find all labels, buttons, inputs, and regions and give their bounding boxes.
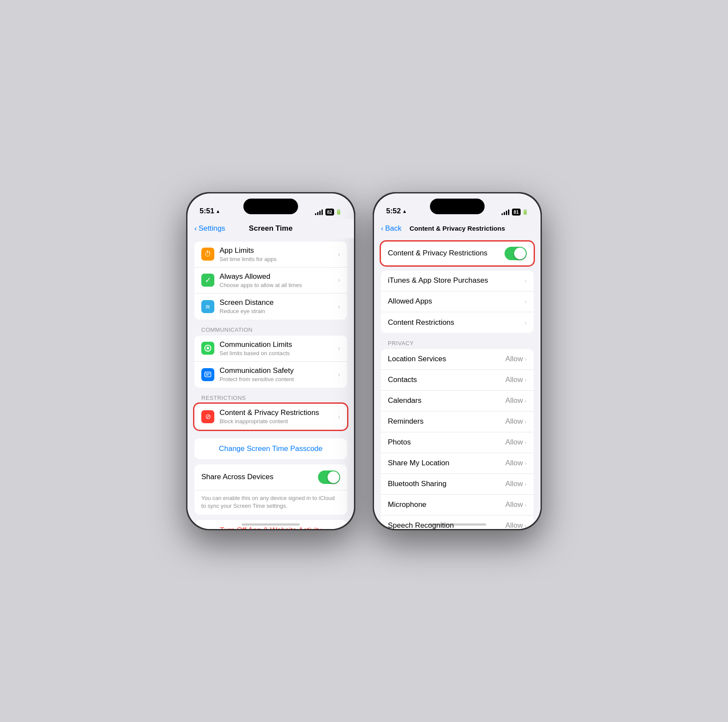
chevron-left-icon-1: ‹ [194, 224, 197, 233]
chevron-comm-limits: › [338, 344, 340, 352]
chevron-microphone: › [525, 501, 527, 508]
home-indicator-1 [242, 523, 300, 526]
svg-rect-2 [205, 372, 211, 377]
chevron-contacts: › [525, 376, 527, 383]
status-time-2: 5:52 ▲ [386, 207, 407, 216]
bluetooth-label: Bluetooth Sharing [388, 480, 505, 488]
phone-2: 5:52 ▲ 81 🔋 ‹ Back [373, 192, 542, 530]
content-restrictions-label: Content Restrictions [388, 318, 525, 327]
nav-title-2: Content & Privacy Restrictions [410, 225, 505, 232]
list-item-contacts[interactable]: Contacts Allow › [381, 370, 534, 391]
comm-safety-icon [201, 368, 214, 381]
nav-back-2[interactable]: ‹ Back [381, 224, 401, 233]
communication-header: COMMUNICATION [187, 323, 354, 336]
toggle-knob-2 [514, 248, 526, 259]
list-item-itunes[interactable]: iTunes & App Store Purchases › [381, 271, 534, 291]
toggle-label: Content & Privacy Restrictions [388, 249, 488, 258]
chevron-speech: › [525, 522, 527, 529]
status-time-1: 5:51 ▲ [200, 207, 220, 216]
content-privacy-toggle[interactable] [505, 247, 527, 260]
chevron-always-allowed: › [338, 276, 340, 284]
screen-distance-icon: ≋ [201, 300, 214, 313]
battery-2: 81 🔋 [512, 209, 528, 216]
signal-bars-1 [315, 209, 323, 215]
list-item-content-restrictions[interactable]: Content Restrictions › [381, 312, 534, 333]
share-location-value: Allow [505, 459, 523, 467]
list-item-speech[interactable]: Speech Recognition Allow › [381, 516, 534, 529]
comm-safety-subtitle: Protect from sensitive content [220, 376, 334, 382]
top-priv-group: iTunes & App Store Purchases › Allowed A… [381, 271, 534, 333]
list-item-reminders[interactable]: Reminders Allow › [381, 412, 534, 432]
communication-list-group: Communication Limits Set limits based on… [194, 336, 347, 388]
calendars-value: Allow [505, 396, 523, 405]
list-item-allowed-apps[interactable]: Allowed Apps › [381, 291, 534, 312]
always-allowed-title: Always Allowed [220, 272, 334, 281]
contacts-label: Contacts [388, 376, 505, 384]
list-item-comm-limits[interactable]: Communication Limits Set limits based on… [194, 336, 347, 362]
share-subtitle-row: You can enable this on any device signed… [194, 490, 347, 515]
dynamic-island-2 [430, 199, 485, 214]
always-allowed-icon: ✓ [201, 274, 214, 287]
comm-limits-title: Communication Limits [220, 340, 334, 349]
privacy-section-header: PRIVACY [374, 336, 541, 349]
chevron-comm-safety: › [338, 371, 340, 379]
list-item-app-limits[interactable]: ⏱ App Limits Set time limits for apps › [194, 242, 347, 268]
chevron-allowed-apps: › [525, 298, 527, 305]
content-area-1: ⏱ App Limits Set time limits for apps › … [187, 238, 354, 529]
content-privacy-toggle-row: Content & Privacy Restrictions [381, 242, 534, 265]
list-item-photos[interactable]: Photos Allow › [381, 432, 534, 453]
share-toggle[interactable] [318, 470, 340, 484]
privacy-list-group: Location Services Allow › Contacts Allow… [381, 349, 534, 529]
list-item-content-privacy[interactable]: ⊘ Content & Privacy Restrictions Block i… [194, 404, 347, 430]
phone-2-screen: 5:52 ▲ 81 🔋 ‹ Back [374, 193, 541, 529]
screen-distance-subtitle: Reduce eye strain [220, 308, 334, 314]
app-limits-title: App Limits [220, 246, 334, 255]
chevron-content-restrictions: › [525, 319, 527, 326]
chevron-photos: › [525, 439, 527, 446]
microphone-label: Microphone [388, 500, 505, 509]
list-item-microphone[interactable]: Microphone Allow › [381, 495, 534, 516]
list-item-comm-safety[interactable]: Communication Safety Protect from sensit… [194, 362, 347, 388]
itunes-label: iTunes & App Store Purchases [388, 276, 525, 285]
chevron-calendars: › [525, 397, 527, 404]
phone-1: 5:51 ▲ 82 🔋 ‹ Settings [186, 192, 355, 530]
location-arrow-2: ▲ [402, 209, 407, 214]
screen-distance-title: Screen Distance [220, 298, 334, 307]
list-item-bluetooth[interactable]: Bluetooth Sharing Allow › [381, 474, 534, 495]
chevron-share-location: › [525, 460, 527, 467]
content-privacy-icon: ⊘ [201, 410, 214, 423]
always-allowed-subtitle: Choose apps to allow at all times [220, 282, 334, 288]
photos-value: Allow [505, 438, 523, 447]
change-passcode-link[interactable]: Change Screen Time Passcode [194, 438, 347, 459]
list-item-share-location[interactable]: Share My Location Allow › [381, 453, 534, 474]
list-item-location[interactable]: Location Services Allow › [381, 349, 534, 370]
bluetooth-value: Allow [505, 480, 523, 488]
content-privacy-subtitle: Block inappropriate content [220, 418, 334, 425]
share-subtitle: You can enable this on any device signed… [201, 495, 334, 509]
location-value: Allow [505, 355, 523, 363]
nav-bar-1: ‹ Settings Screen Time [187, 219, 354, 238]
list-item-always-allowed[interactable]: ✓ Always Allowed Choose apps to allow at… [194, 268, 347, 294]
calendars-label: Calendars [388, 396, 505, 405]
comm-safety-title: Communication Safety [220, 366, 334, 375]
chevron-reminders: › [525, 418, 527, 425]
restrictions-header: RESTRICTIONS [187, 391, 354, 404]
share-devices-row: Share Across Devices [194, 464, 347, 490]
top-list-group: ⏱ App Limits Set time limits for apps › … [194, 242, 347, 320]
chevron-screen-distance: › [338, 303, 340, 310]
allowed-apps-label: Allowed Apps [388, 297, 525, 306]
chevron-location: › [525, 356, 527, 363]
status-icons-2: 81 🔋 [502, 209, 528, 216]
comm-limits-icon [201, 342, 214, 355]
share-location-label: Share My Location [388, 459, 505, 467]
chevron-content-privacy: › [338, 413, 340, 421]
list-item-calendars[interactable]: Calendars Allow › [381, 391, 534, 412]
share-label: Share Across Devices [201, 473, 273, 481]
home-indicator-2 [428, 523, 486, 526]
nav-back-1[interactable]: ‹ Settings [194, 224, 225, 233]
status-icons-1: 82 🔋 [315, 209, 342, 216]
dynamic-island-1 [243, 199, 298, 214]
list-item-screen-distance[interactable]: ≋ Screen Distance Reduce eye strain › [194, 294, 347, 320]
reminders-value: Allow [505, 417, 523, 426]
microphone-value: Allow [505, 500, 523, 509]
